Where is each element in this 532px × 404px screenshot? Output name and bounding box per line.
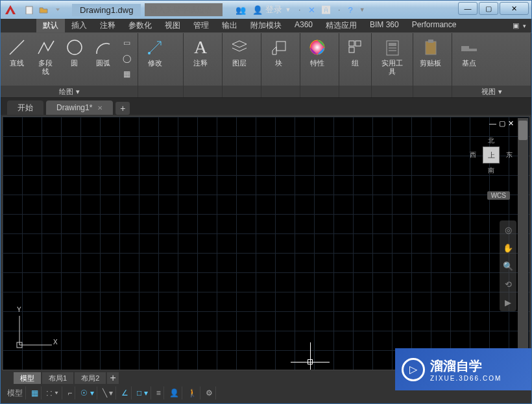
navigation-bar: ◎ ✋ 🔍 ⟲ ▶: [500, 220, 516, 311]
app-logo[interactable]: [3, 3, 18, 17]
view-panel-title[interactable]: 视图▾: [452, 86, 531, 97]
add-tab-button[interactable]: +: [115, 102, 130, 115]
status-iso-icon[interactable]: ╲ ▾: [100, 386, 116, 399]
clipboard-panel-title: [413, 86, 452, 97]
wcs-badge[interactable]: WCS: [487, 191, 510, 200]
vertical-scrollbar[interactable]: [518, 118, 528, 368]
nav-wheel-icon[interactable]: ◎: [502, 223, 514, 236]
ribbon-tab-a360[interactable]: A360: [288, 19, 319, 32]
status-person-icon[interactable]: 👤: [167, 386, 182, 399]
qat-new[interactable]: [23, 3, 36, 16]
play-icon: ▷: [402, 358, 425, 381]
properties-panel-title: [300, 86, 339, 97]
viewcube[interactable]: 北 西 上 东 南: [468, 136, 514, 174]
exchange-icon[interactable]: 🅰: [322, 5, 330, 15]
group-tool[interactable]: 组: [342, 34, 369, 70]
group-panel-title: [339, 86, 371, 97]
svg-rect-4: [276, 42, 285, 51]
status-polar-icon[interactable]: ☉ ▾: [78, 386, 97, 399]
ribbon-tab-bim360[interactable]: BIM 360: [363, 19, 405, 32]
layout-tab-layout2[interactable]: 布局2: [75, 372, 106, 384]
rectangle-tool[interactable]: ▭: [119, 36, 134, 50]
status-gear-icon[interactable]: ⚙: [203, 386, 216, 399]
block-tool[interactable]: 块: [264, 34, 293, 70]
document-title: Drawing1.dwg: [72, 4, 141, 16]
window-minimize-button[interactable]: —: [458, 2, 478, 15]
circle-tool[interactable]: 圆: [61, 34, 88, 70]
svg-rect-7: [349, 41, 354, 46]
watermark-subtitle: ZIXUE.3D66.COM: [430, 375, 502, 382]
ribbon-tab-annotate[interactable]: 注释: [93, 19, 122, 32]
layout-tab-add[interactable]: +: [107, 372, 119, 384]
viewport-maximize[interactable]: ▢: [499, 119, 505, 128]
doc-tab-drawing[interactable]: Drawing1*✕: [46, 101, 113, 115]
ribbon-tab-insert[interactable]: 插入: [65, 19, 93, 32]
ribbon-tab-manage[interactable]: 管理: [187, 19, 215, 32]
drawing-canvas[interactable]: — ▢ ✕ 北 西 上 东 南 WCS ◎ ✋ 🔍 ⟲ ▶ Y X: [2, 116, 530, 370]
ribbon-tab-performance[interactable]: Performance: [405, 19, 463, 32]
utilities-panel-title: [372, 86, 413, 97]
ribbon-tab-featured[interactable]: 精选应用: [319, 19, 363, 32]
window-close-button[interactable]: ✕: [500, 2, 529, 15]
search-input[interactable]: [145, 3, 223, 16]
basepoint-tool[interactable]: 基点: [455, 34, 483, 70]
modify-panel-title: [138, 86, 183, 97]
svg-point-2: [67, 40, 82, 54]
ribbon-tab-parametric[interactable]: 参数化: [122, 19, 158, 32]
status-snap-icon[interactable]: ⸬ ▾: [44, 386, 62, 399]
help-icon[interactable]: ?: [348, 5, 352, 15]
line-tool[interactable]: 直线: [3, 34, 30, 70]
text-tool[interactable]: A注释: [186, 34, 215, 70]
qat-open[interactable]: [37, 3, 50, 16]
ribbon-tab-addins[interactable]: 附加模块: [244, 19, 288, 32]
status-osnap-icon[interactable]: ∠: [119, 386, 132, 399]
ribbon-tab-view[interactable]: 视图: [158, 19, 187, 32]
signin-label: 登录: [265, 4, 282, 16]
utilities-tool[interactable]: 实用工具: [374, 34, 410, 78]
ribbon-tab-strip: 默认 插入 注释 参数化 视图 管理 输出 附加模块 A360 精选应用 BIM…: [1, 19, 531, 33]
titlebar: Drawing1.dwg 👥 👤登录▼ · ✕ 🅰 · ? ▼ — ▢ ✕: [1, 1, 531, 19]
ribbon: 直线 多段线 圆 圆弧 ▭ ◯ ▦ 绘图▾ 修改 A注释 图层: [1, 33, 531, 98]
watermark: ▷ 溜溜自学 ZIXUE.3D66.COM: [395, 348, 531, 390]
hatch-tool[interactable]: ▦: [119, 67, 134, 81]
status-walk-icon[interactable]: 🚶: [185, 386, 200, 399]
infocenter-search-icon[interactable]: 👥: [236, 5, 246, 15]
properties-tool[interactable]: 特性: [303, 34, 332, 70]
viewcube-top[interactable]: 上: [483, 147, 500, 163]
svg-rect-9: [349, 47, 354, 53]
ellipse-tool[interactable]: ◯: [119, 51, 134, 65]
pan-icon[interactable]: ✋: [502, 241, 514, 254]
clipboard-tool[interactable]: 剪贴板: [416, 34, 445, 70]
viewport-close[interactable]: ✕: [508, 119, 514, 128]
showmotion-icon[interactable]: ▶: [502, 296, 514, 309]
annotation-panel-title: [184, 86, 222, 97]
status-otrack-icon[interactable]: □ ▾: [134, 386, 151, 399]
doc-tab-start[interactable]: 开始: [7, 101, 43, 115]
ribbon-tab-output[interactable]: 输出: [215, 19, 244, 32]
grid: [3, 117, 529, 370]
layer-tool[interactable]: 图层: [225, 34, 254, 70]
document-tabs: 开始 Drawing1*✕ +: [1, 98, 531, 115]
qat-dropdown[interactable]: [51, 3, 64, 16]
window-maximize-button[interactable]: ▢: [479, 2, 498, 15]
viewport-minimize[interactable]: —: [489, 119, 496, 128]
layout-tab-model[interactable]: 模型: [14, 372, 41, 384]
status-ortho-icon[interactable]: ⌐: [65, 386, 75, 399]
status-model[interactable]: 模型: [5, 386, 26, 399]
close-icon[interactable]: ✕: [97, 104, 103, 112]
draw-panel-title[interactable]: 绘图▾: [1, 86, 138, 97]
autodesk-x-icon[interactable]: ✕: [308, 5, 315, 15]
layout-tab-layout1[interactable]: 布局1: [42, 372, 73, 384]
zoom-icon[interactable]: 🔍: [502, 259, 514, 272]
orbit-icon[interactable]: ⟲: [502, 278, 514, 291]
ribbon-tab-default[interactable]: 默认: [36, 19, 65, 32]
signin-link[interactable]: 👤登录▼: [252, 4, 291, 16]
arc-tool[interactable]: 圆弧: [90, 34, 117, 70]
status-lineweight-icon[interactable]: ≡: [154, 386, 164, 399]
modify-tool[interactable]: 修改: [141, 34, 169, 70]
watermark-title: 溜溜自学: [430, 357, 502, 375]
polyline-tool[interactable]: 多段线: [32, 34, 60, 78]
ribbon-collapse-icon[interactable]: ▣: [513, 21, 519, 30]
status-grid-icon[interactable]: ▦: [29, 386, 42, 399]
svg-rect-15: [428, 40, 433, 43]
